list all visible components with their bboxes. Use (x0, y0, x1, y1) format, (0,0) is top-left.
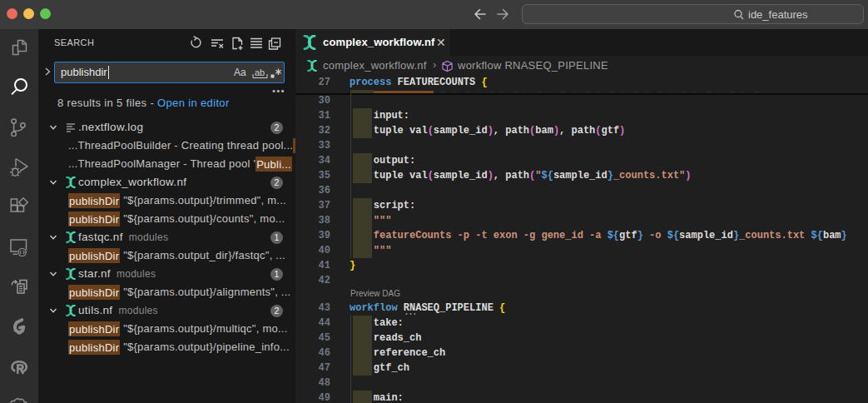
svg-text:ab: ab (255, 67, 265, 77)
